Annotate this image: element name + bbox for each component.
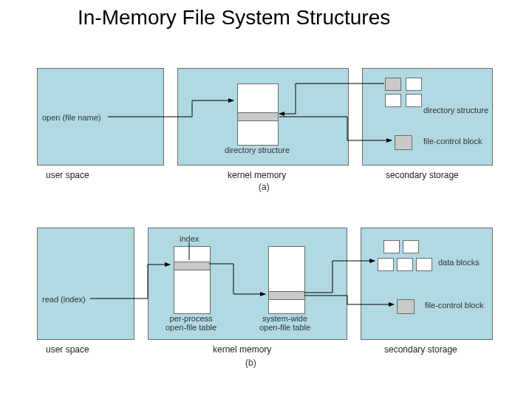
block-dir-a-1 <box>385 78 401 91</box>
block-fcb-b <box>397 299 415 314</box>
region-secondary-storage-a: secondary storage <box>386 170 459 180</box>
page-title: In-Memory File System Structures <box>78 6 390 30</box>
call-read-label: read (index) <box>42 295 86 304</box>
label-data-blocks: data blocks <box>438 258 480 267</box>
block-data-b-5 <box>416 258 432 271</box>
table-row <box>238 112 278 121</box>
diagram-a: open (file name) user space directory st… <box>37 68 495 197</box>
panel-secondary-storage-b: data blocks file-control block <box>361 228 493 340</box>
panel-kernel-memory-b: index per-process open-file table system… <box>148 228 347 340</box>
table-row <box>269 291 304 300</box>
panel-user-space-b: read (index) <box>37 228 134 340</box>
block-data-b-4 <box>397 258 413 271</box>
region-secondary-storage-b: secondary storage <box>384 344 457 355</box>
call-open-label: open (file name) <box>42 113 101 122</box>
block-dir-a-2 <box>406 78 422 91</box>
table-directory-structure-a <box>237 83 279 146</box>
table-label-per-process: per-process open-file table <box>166 314 216 332</box>
block-dir-a-4 <box>406 94 422 107</box>
figure-label-a: (a) <box>259 182 270 192</box>
figure-label-b: (b) <box>245 358 256 368</box>
block-data-b-3 <box>378 258 394 271</box>
block-dir-a-3 <box>385 94 401 107</box>
region-user-space-b: user space <box>46 344 89 355</box>
table-per-process <box>174 246 211 314</box>
panel-user-space-a: open (file name) <box>37 68 164 166</box>
table-label-directory-structure-a: directory structure <box>225 146 290 154</box>
table-system-wide <box>268 246 305 314</box>
table-label-system-wide: system-wide open-file table <box>259 314 310 332</box>
panel-secondary-storage-a: directory structure file-control block <box>362 68 493 166</box>
diagram-b: read (index) user space index per-proces… <box>37 228 495 375</box>
region-kernel-memory-a: kernel memory <box>228 170 286 180</box>
block-data-b-2 <box>403 240 419 253</box>
block-fcb-a <box>395 135 412 150</box>
table-row <box>174 262 210 270</box>
panel-kernel-memory-a: directory structure <box>177 68 349 166</box>
label-directory-structure-storage-a: directory structure <box>423 106 488 115</box>
label-index: index <box>180 234 199 243</box>
region-kernel-memory-b: kernel memory <box>213 344 271 355</box>
label-fcb-b: file-control block <box>425 301 483 310</box>
label-fcb-a: file-control block <box>423 137 482 146</box>
region-user-space-a: user space <box>46 170 89 180</box>
block-data-b-1 <box>383 240 400 253</box>
